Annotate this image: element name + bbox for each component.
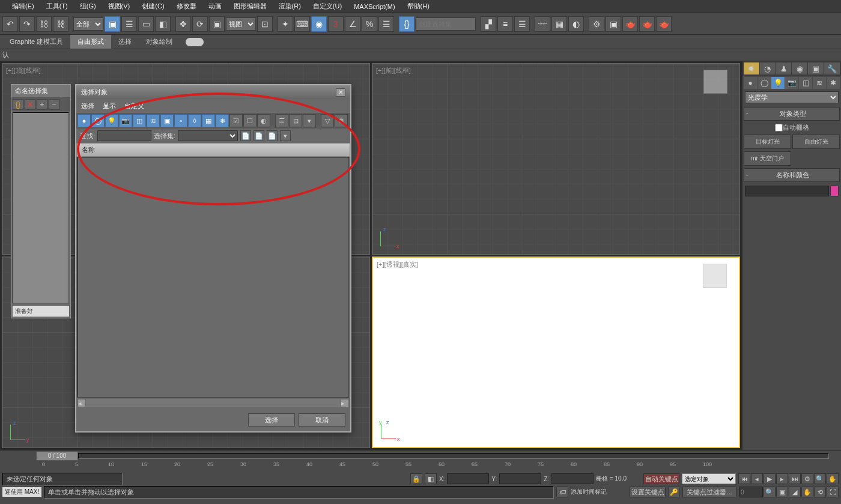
scroll-left-icon[interactable]: ◂: [77, 399, 86, 407]
menu-views[interactable]: 视图(V): [102, 2, 136, 11]
named-sel-list[interactable]: [13, 112, 69, 303]
goto-end-icon[interactable]: ⏭: [789, 473, 801, 484]
nav-pan-icon[interactable]: ✋: [827, 473, 839, 484]
edit-named-sel-icon[interactable]: ☰: [378, 16, 394, 32]
next-frame-icon[interactable]: ▸: [776, 473, 788, 484]
viewport-front[interactable]: [+][前][线框] xz: [372, 63, 740, 255]
angle-snap-icon[interactable]: 3: [328, 16, 344, 32]
align-icon[interactable]: ≡: [497, 16, 513, 32]
keyframe-target-dropdown[interactable]: 选定对象: [682, 473, 736, 484]
lock-selection-icon[interactable]: 🔒: [410, 473, 422, 484]
modify-tab-icon[interactable]: ◔: [760, 62, 776, 74]
play-icon[interactable]: ▶: [764, 473, 776, 484]
viewport-perspective[interactable]: [+][透视][真实] xyz: [372, 257, 740, 448]
spacewarps-cat-icon[interactable]: ≋: [813, 77, 826, 89]
percent-snap-icon[interactable]: ∠: [345, 16, 360, 32]
undo-icon[interactable]: ↶: [2, 16, 18, 32]
menu-customize[interactable]: 自定义(U): [307, 2, 348, 11]
window-crossing-icon[interactable]: ◧: [155, 16, 171, 32]
ribbon-tab-freeform[interactable]: 自由形式: [70, 35, 111, 49]
rendered-frame-icon[interactable]: ▣: [606, 16, 621, 32]
list-view-icon[interactable]: ☰: [275, 114, 288, 127]
helpers-cat-icon[interactable]: ◫: [799, 77, 812, 89]
select-by-name-icon[interactable]: ☰: [121, 16, 137, 32]
dialog-titlebar[interactable]: 选择对象 ✕: [76, 85, 350, 99]
subtract-icon[interactable]: −: [49, 99, 59, 110]
filter-spacewarps-icon[interactable]: ≋: [147, 114, 160, 127]
utilities-tab-icon[interactable]: 🔧: [824, 62, 840, 74]
render-setup-icon[interactable]: ⚙: [589, 16, 604, 32]
close-icon[interactable]: ✕: [336, 88, 345, 97]
scale-icon[interactable]: ▣: [209, 16, 225, 32]
column-header-name[interactable]: 名称: [76, 143, 350, 157]
filter-helpers-icon[interactable]: ◫: [133, 114, 146, 127]
menu-modifiers[interactable]: 修改器: [171, 2, 202, 11]
isolate-icon[interactable]: ◧: [425, 473, 437, 484]
menu-create[interactable]: 创建(C): [136, 2, 170, 11]
display-tab-icon[interactable]: ▣: [808, 62, 824, 74]
menu-help[interactable]: 帮助(H): [401, 2, 436, 11]
geometry-cat-icon[interactable]: ●: [744, 77, 757, 89]
filter-groups-icon[interactable]: ▣: [160, 114, 174, 127]
add-icon[interactable]: +: [37, 99, 47, 110]
doc-icon-1[interactable]: 📄: [240, 130, 251, 141]
menu-animation[interactable]: 动画: [202, 2, 228, 11]
menu-tools[interactable]: 工具(T): [40, 2, 74, 11]
menu-maxscript[interactable]: MAXScript(M): [348, 3, 401, 10]
dropdown-arrow-icon[interactable]: ▾: [280, 130, 291, 141]
dialog-menu-select[interactable]: 选择: [81, 102, 94, 111]
menu-render[interactable]: 渲染(R): [273, 2, 307, 11]
lights-cat-icon[interactable]: 💡: [771, 77, 785, 89]
select-object-icon[interactable]: ▣: [105, 16, 120, 32]
layers-icon[interactable]: ☰: [514, 16, 530, 32]
filter-frozen-icon[interactable]: ❄: [216, 114, 229, 127]
time-slider-handle[interactable]: 0 / 100: [36, 451, 78, 461]
goto-start-icon[interactable]: ⏮: [738, 473, 750, 484]
create-selection-set-input[interactable]: [416, 17, 476, 31]
filter-funnel-icon[interactable]: ▽: [321, 114, 334, 127]
object-color-swatch[interactable]: [830, 186, 839, 196]
select-region-icon[interactable]: ▭: [138, 16, 154, 32]
object-type-rollout[interactable]: -对象类型: [744, 107, 840, 121]
menu-group[interactable]: 组(G): [74, 2, 102, 11]
unlink-icon[interactable]: ⛓̷: [53, 16, 68, 32]
create-tab-icon[interactable]: ✹: [744, 62, 759, 74]
name-color-rollout[interactable]: -名称和颜色: [744, 168, 840, 182]
time-ruler[interactable]: 0510152025303540455055606570758085909510…: [0, 461, 841, 472]
setkey-button[interactable]: 设置关键点: [630, 487, 666, 497]
select-all-icon[interactable]: ☑: [229, 114, 243, 127]
key-icon[interactable]: 🔑: [668, 487, 680, 497]
expand-icon[interactable]: ▾: [303, 114, 316, 127]
filter-lights-icon[interactable]: 💡: [105, 114, 118, 127]
cancel-button[interactable]: 取消: [299, 413, 345, 427]
time-config-icon[interactable]: ⚙: [801, 473, 813, 484]
delete-icon[interactable]: ✕: [25, 99, 35, 110]
prev-frame-icon[interactable]: ◂: [751, 473, 763, 484]
render-iterative-icon[interactable]: 🫖: [639, 16, 655, 32]
select-invert-icon[interactable]: ◐: [257, 114, 270, 127]
filter-bones-icon[interactable]: ◊: [188, 114, 201, 127]
named-sel-sets-icon[interactable]: {}: [399, 16, 414, 32]
ref-coord-dropdown[interactable]: 视图: [226, 17, 256, 31]
ribbon-tab-graphite[interactable]: Graphite 建模工具: [2, 35, 70, 49]
horizontal-scrollbar[interactable]: ◂ ▸: [77, 399, 349, 407]
hierarchy-tab-icon[interactable]: ♟: [776, 62, 792, 74]
find-input[interactable]: [97, 130, 151, 141]
mr-sky-portal-button[interactable]: mr 天空门户: [744, 151, 791, 166]
filter-shapes-icon[interactable]: ◯: [91, 114, 105, 127]
spinner-snap-icon[interactable]: %: [362, 16, 377, 32]
viewport-label[interactable]: [+][前][线框]: [376, 66, 411, 75]
keyboard-shortcut-icon[interactable]: ⌨: [294, 16, 310, 32]
viewport-pan-icon[interactable]: ✋: [801, 487, 813, 497]
menu-edit[interactable]: 编辑(E): [6, 2, 40, 11]
object-name-input[interactable]: [745, 186, 829, 196]
scroll-right-icon[interactable]: ▸: [341, 399, 349, 407]
autogrid-checkbox[interactable]: 自动栅格: [742, 122, 841, 133]
viewcube-icon[interactable]: [703, 264, 727, 288]
viewport-orbit-icon[interactable]: ⟲: [814, 487, 826, 497]
mirror-icon[interactable]: ▞: [481, 16, 496, 32]
filter-xrefs-icon[interactable]: ▫: [174, 114, 187, 127]
link-icon[interactable]: ⛓: [36, 16, 52, 32]
render-active-icon[interactable]: 🫖: [656, 16, 672, 32]
viewport-label[interactable]: [+][透视][真实]: [377, 260, 418, 269]
